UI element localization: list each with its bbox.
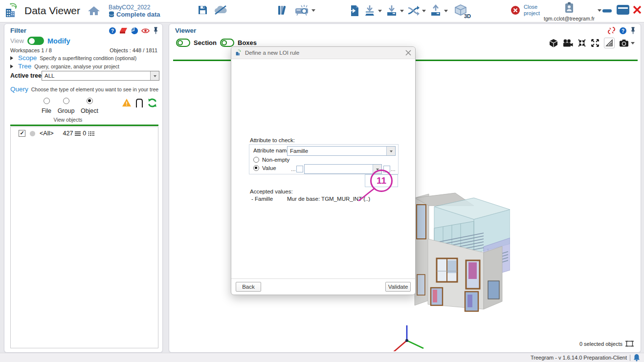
view-modify-toggle[interactable] bbox=[27, 37, 44, 45]
element-type-radio-file[interactable]: File bbox=[37, 97, 56, 114]
radio-file-label: File bbox=[37, 107, 56, 114]
boxes-toggle[interactable]: Boxes bbox=[220, 39, 257, 47]
filter-panel: Filter ? bbox=[4, 23, 163, 353]
workspaces-label: Workspaces 1 / 8 bbox=[10, 47, 52, 53]
project-name[interactable]: BabyCO2_2022 bbox=[109, 4, 160, 11]
video-camera-icon[interactable] bbox=[562, 39, 573, 47]
boxes-label: Boxes bbox=[238, 39, 257, 46]
validate-button[interactable]: Validate bbox=[385, 282, 411, 292]
active-tree-value: ALL bbox=[42, 71, 150, 80]
tree-section-header[interactable]: Tree Query, organize, analyse your proje… bbox=[10, 63, 119, 70]
maximize-button[interactable] bbox=[617, 5, 629, 15]
tree-row-label: <All> bbox=[40, 130, 54, 137]
scope-expander-icon bbox=[10, 56, 15, 60]
section-label: Section bbox=[194, 39, 217, 46]
dialog-title: Define a new LOI rule bbox=[245, 50, 402, 56]
refresh-icon[interactable] bbox=[147, 98, 157, 108]
tree-row-checkbox[interactable]: ✓ bbox=[19, 130, 25, 137]
projector-button[interactable] bbox=[294, 4, 315, 16]
upload-icon bbox=[429, 4, 442, 17]
camera-icon bbox=[619, 39, 629, 47]
publish-icon bbox=[363, 4, 376, 17]
element-type-radio-object[interactable]: Object bbox=[78, 97, 101, 114]
dialog-close-icon[interactable] bbox=[405, 50, 411, 56]
top-toolbar: Data Viewer BabyCO2_2022 Compl bbox=[0, 0, 644, 22]
select-region-icon[interactable] bbox=[625, 340, 634, 347]
app-window: Data Viewer BabyCO2_2022 Compl bbox=[0, 0, 644, 362]
value-checkbox-left[interactable] bbox=[296, 166, 303, 172]
help-icon[interactable]: ? bbox=[109, 27, 116, 34]
attribute-to-check-label: Attribute to check: bbox=[250, 137, 295, 143]
shuffle-dropdown-caret bbox=[422, 10, 426, 14]
collapse-icon[interactable] bbox=[577, 39, 586, 47]
download-button[interactable] bbox=[385, 4, 404, 17]
dialog-titlebar[interactable]: Define a new LOI rule bbox=[231, 47, 415, 59]
close-project-button[interactable]: Close project bbox=[511, 4, 544, 17]
user-email: tgm.cclot@treegram.fr bbox=[540, 16, 598, 21]
value-label: Value bbox=[262, 165, 276, 171]
tree-row-status-dot bbox=[30, 131, 35, 136]
pie-icon[interactable] bbox=[131, 27, 138, 34]
pin-icon[interactable] bbox=[630, 27, 636, 34]
attribute-name-select[interactable]: Famille bbox=[287, 146, 396, 156]
section-toggle-icon bbox=[176, 39, 190, 47]
radio-group-label: Group bbox=[55, 107, 77, 114]
active-tree-select[interactable]: ALL bbox=[42, 71, 159, 81]
tree-row[interactable]: ✓ <All> 427 0 bbox=[11, 127, 158, 140]
bell-icon[interactable] bbox=[633, 354, 640, 362]
view-label: View bbox=[10, 37, 24, 44]
download-dropdown-caret bbox=[400, 10, 404, 14]
tree-list: ✓ <All> 427 0 bbox=[10, 127, 158, 348]
section-toggle[interactable]: Section bbox=[176, 39, 217, 47]
back-button[interactable]: Back bbox=[236, 282, 261, 292]
warning-icon: ! bbox=[122, 98, 132, 107]
library-icon[interactable] bbox=[277, 4, 289, 16]
element-type-radio-group[interactable]: Group bbox=[55, 97, 77, 114]
app-logo-icon bbox=[4, 2, 21, 19]
grid-icon bbox=[88, 131, 94, 136]
value-dots-left: ... bbox=[291, 166, 296, 172]
box3d-icon[interactable]: 3D bbox=[454, 4, 468, 18]
accepted-value-row: - Famille Mur de base: TGM_MUR_INT (..) bbox=[251, 196, 370, 202]
close-window-button[interactable] bbox=[632, 5, 642, 15]
tree-row-count-b: 0 bbox=[83, 130, 86, 137]
import-icon[interactable] bbox=[349, 4, 360, 17]
camera-button[interactable] bbox=[619, 39, 635, 47]
cube-icon[interactable] bbox=[549, 39, 558, 48]
upload-button[interactable] bbox=[429, 4, 448, 17]
user-dropdown-caret[interactable] bbox=[598, 9, 601, 14]
fork-icon[interactable] bbox=[134, 97, 144, 108]
modify-label: Modify bbox=[47, 37, 70, 45]
help-icon[interactable]: ? bbox=[620, 27, 626, 34]
user-menu[interactable]: tgm.cclot@treegram.fr bbox=[540, 1, 598, 21]
attribute-name-value: Famille bbox=[288, 147, 386, 155]
minimize-button[interactable] bbox=[602, 9, 612, 13]
accepted-value-key: - Famille bbox=[251, 196, 287, 202]
download-icon bbox=[385, 4, 398, 17]
expand-icon[interactable] bbox=[591, 39, 600, 47]
publish-button[interactable] bbox=[363, 4, 382, 17]
scope-section-header[interactable]: Scope Specify a superfiltering condition… bbox=[10, 54, 136, 62]
home-icon[interactable] bbox=[87, 5, 101, 17]
value-radio[interactable]: Value bbox=[253, 165, 276, 171]
broken-link-icon[interactable] bbox=[607, 26, 616, 35]
eye-icon[interactable] bbox=[141, 28, 150, 34]
shuffle-button[interactable] bbox=[407, 5, 426, 17]
cloud-off-icon[interactable] bbox=[214, 5, 227, 15]
pin-icon[interactable] bbox=[153, 27, 158, 34]
eraser-icon[interactable] bbox=[119, 27, 128, 34]
projector-icon bbox=[294, 4, 309, 16]
setsquare-icon[interactable] bbox=[604, 38, 615, 48]
dialog-logo-icon bbox=[235, 49, 242, 56]
value-select[interactable] bbox=[304, 164, 382, 174]
scope-label: Scope bbox=[18, 54, 37, 62]
save-icon[interactable] bbox=[198, 5, 208, 15]
boxes-toggle-icon bbox=[220, 39, 234, 47]
objects-count-label: Objects : 448 / 1811 bbox=[110, 47, 157, 53]
loi-rule-dialog: Define a new LOI rule Attribute to check… bbox=[231, 46, 416, 295]
filter-title: Filter bbox=[10, 27, 26, 34]
query-label: Query bbox=[10, 85, 28, 93]
status-divider bbox=[630, 355, 630, 361]
user-badge-icon bbox=[564, 1, 574, 13]
non-empty-radio[interactable]: Non-empty bbox=[253, 157, 289, 163]
